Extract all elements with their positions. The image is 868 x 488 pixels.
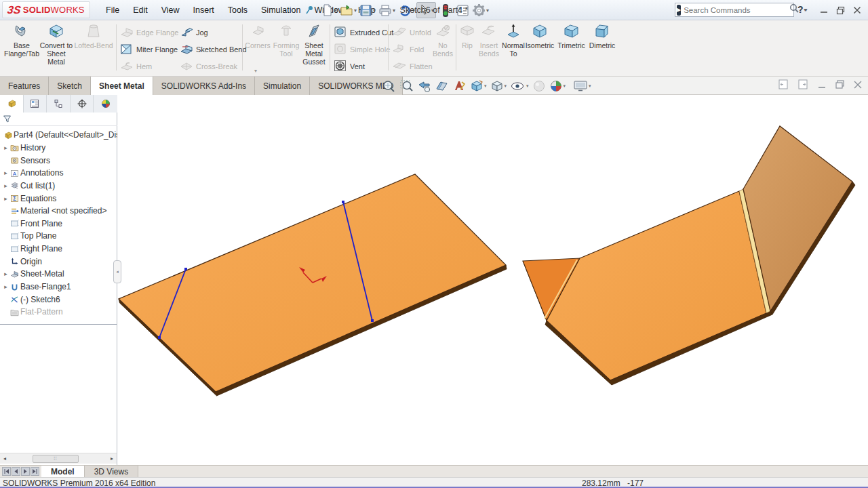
tree-item-part4-default-default-dis[interactable]: Part4 (Default<<Default>_Dis	[0, 129, 117, 142]
options-list-button[interactable]	[455, 2, 471, 18]
menu-tools[interactable]: Tools	[221, 5, 254, 15]
display-style-button[interactable]: ▾	[490, 79, 508, 94]
minimize-button[interactable]	[818, 5, 830, 16]
tree-item-annotations[interactable]: ▸AAnnotations	[0, 167, 117, 180]
open-document-button[interactable]: ▾	[338, 2, 358, 18]
expand-arrow-icon[interactable]: ▸	[1, 270, 10, 277]
view-settings-button[interactable]: ▾	[572, 79, 592, 94]
settings-gear-button[interactable]: ▾	[471, 2, 490, 18]
tree-filter-row[interactable]	[0, 113, 117, 126]
extruded-cut-button[interactable]: Extruded Cut	[334, 24, 393, 41]
configuration-manager-tab[interactable]	[47, 95, 71, 113]
search-input[interactable]	[684, 6, 788, 14]
normal-to-button[interactable]: Normal To	[500, 23, 526, 58]
restore-document-icon[interactable]	[835, 79, 845, 92]
jog-button[interactable]: Jog	[180, 24, 208, 41]
menu-insert[interactable]: Insert	[186, 5, 221, 15]
hem-button[interactable]: Hem	[120, 58, 152, 75]
display-style-caret[interactable]: ▾	[505, 83, 507, 89]
model-tab[interactable]: Model	[41, 466, 85, 477]
new-caret[interactable]: ▾	[334, 7, 337, 14]
isometric-view-button[interactable]: Isometric	[525, 23, 555, 49]
last-tab-button[interactable]	[31, 467, 39, 476]
tab-simulation[interactable]: Simulation	[255, 77, 310, 95]
tree-item-front-plane[interactable]: Front Plane	[0, 217, 117, 230]
edge-flange-button[interactable]: Edge Flange	[120, 24, 178, 41]
scrollbar-thumb[interactable]: ⦙⦙	[33, 455, 79, 463]
apply-scene-caret[interactable]: ▾	[564, 83, 566, 89]
dimetric-view-button[interactable]: Dimetric	[587, 23, 617, 49]
tree-item-origin[interactable]: Origin	[0, 255, 117, 268]
tree-item-material-not-specified[interactable]: Material <not specified>	[0, 205, 117, 218]
annotation-view-button[interactable]	[452, 79, 467, 94]
close-document-icon[interactable]	[853, 80, 863, 92]
tree-item-base-flange1[interactable]: ▸Base-Flange1	[0, 281, 117, 293]
trimetric-view-button[interactable]: Trimetric	[556, 23, 587, 49]
menu-file[interactable]: File	[99, 5, 126, 15]
print-button[interactable]: ▾	[377, 2, 397, 18]
base-flange-button[interactable]: Base Flange/Tab	[4, 23, 39, 58]
bent-sheet-part[interactable]	[523, 126, 855, 385]
property-manager-tab[interactable]	[24, 95, 47, 113]
dimxpert-manager-tab[interactable]	[71, 95, 94, 113]
section-view-button[interactable]	[434, 79, 450, 94]
tree-item-sheet-metal[interactable]: ▸Sheet-Metal	[0, 268, 117, 281]
new-document-button[interactable]: ▾	[320, 2, 338, 18]
panel-collapse-handle[interactable]: ◂	[113, 260, 121, 283]
tree-item-history[interactable]: ▸History	[0, 142, 117, 155]
tree-item-cut-list-1[interactable]: ▸Cut list(1)	[0, 180, 117, 192]
menu-view[interactable]: View	[155, 5, 186, 15]
view-orientation-button[interactable]: ▾	[469, 79, 488, 94]
first-tab-button[interactable]	[2, 467, 11, 476]
next-tab-button[interactable]	[21, 467, 30, 476]
unfold-button[interactable]: Unfold	[392, 24, 431, 41]
expand-arrow-icon[interactable]: ▸	[1, 169, 10, 176]
tab-features[interactable]: Features	[0, 77, 49, 95]
vent-button[interactable]: Vent	[334, 58, 365, 75]
close-button[interactable]	[851, 5, 863, 16]
cross-break-button[interactable]: Cross-Break	[180, 58, 237, 75]
tree-item-flat-pattern[interactable]: Flat-Pattern	[0, 306, 117, 319]
previous-tab-button[interactable]	[12, 467, 20, 476]
tree-item-sensors[interactable]: Sensors	[0, 154, 117, 167]
print-caret[interactable]: ▾	[393, 7, 395, 14]
previous-document-button[interactable]	[778, 79, 789, 93]
previous-view-button[interactable]	[416, 79, 432, 94]
scroll-right-arrow[interactable]: ▸	[107, 455, 117, 462]
restore-button[interactable]	[834, 5, 846, 16]
flat-sheet-part[interactable]	[119, 174, 507, 396]
expand-arrow-icon[interactable]: ▸	[1, 283, 10, 290]
corners-caret[interactable]: ▾	[254, 68, 257, 74]
tab-sketch[interactable]: Sketch	[49, 77, 91, 95]
search-commands-box[interactable]: ▶ ▾	[675, 3, 794, 17]
save-caret[interactable]: ▾	[373, 7, 376, 14]
minimize-document-icon[interactable]	[817, 80, 827, 92]
select-caret[interactable]: ▾	[431, 7, 434, 14]
undo-button[interactable]: ▾	[397, 2, 416, 18]
view-settings-caret[interactable]: ▾	[589, 83, 591, 89]
edit-appearance-button[interactable]	[532, 79, 547, 94]
hide-show-items-button[interactable]: ▾	[509, 79, 530, 94]
search-scope-icon[interactable]: ▶	[677, 5, 681, 16]
help-menu[interactable]: ?▾	[797, 4, 808, 15]
lofted-bend-button[interactable]: Lofted-Bend	[73, 23, 114, 49]
forming-tool-button[interactable]: Forming Tool	[271, 23, 301, 58]
convert-to-sheet-metal-button[interactable]: Convert to Sheet Metal	[39, 23, 73, 66]
tree-item-equations[interactable]: ▸ΣEquations	[0, 192, 117, 205]
rip-button[interactable]: Rip	[458, 23, 477, 49]
settings-caret[interactable]: ▾	[486, 7, 489, 14]
scroll-left-arrow[interactable]: ◂	[0, 455, 9, 462]
expand-arrow-icon[interactable]: ▸	[1, 144, 10, 151]
help-caret[interactable]: ▾	[805, 7, 808, 13]
tree-item-top-plane[interactable]: Top Plane	[0, 230, 117, 243]
zoom-to-fit-button[interactable]	[381, 79, 397, 94]
no-bends-button[interactable]: No Bends	[431, 23, 454, 58]
select-tool-button[interactable]: ▾	[416, 2, 436, 18]
graphics-viewport[interactable]	[117, 95, 868, 465]
tree-horizontal-scrollbar[interactable]: ◂ ⦙⦙ ▸	[0, 453, 117, 464]
menu-simulation[interactable]: Simulation	[254, 5, 307, 15]
zoom-to-area-button[interactable]	[399, 79, 414, 94]
sketched-bend-button[interactable]: Sketched Bend	[180, 41, 247, 58]
pin-menu-icon[interactable]	[304, 5, 315, 16]
3d-views-tab[interactable]: 3D Views	[85, 466, 138, 477]
